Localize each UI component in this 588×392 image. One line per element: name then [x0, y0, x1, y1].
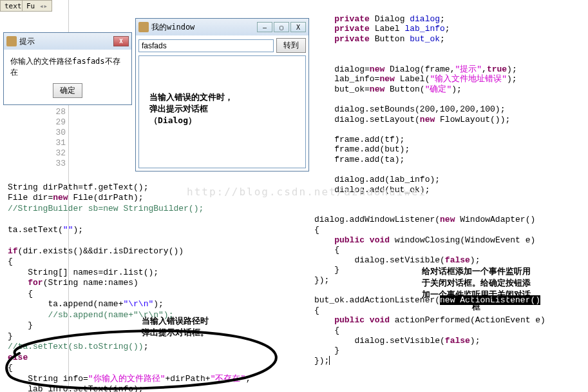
- close-icon[interactable]: X: [290, 22, 306, 32]
- java-icon: [6, 36, 17, 46]
- path-input[interactable]: [138, 39, 274, 52]
- window-title: 我的window: [151, 22, 257, 33]
- ok-button[interactable]: 确定: [53, 83, 82, 98]
- annotation-dialog: 当输入错误的文件时， 弹出提示对话框 （Dialog）: [149, 92, 233, 127]
- goto-button[interactable]: 转到: [276, 38, 306, 53]
- minimize-icon[interactable]: —: [257, 22, 272, 32]
- annotation-listener: 给对话框添加一个事件监听用 于关闭对话框。给确定按钮添 加一个事件监听用于关闭对…: [422, 266, 531, 313]
- text-cursor: [329, 356, 330, 365]
- annotation-else: 当输入错误路径时 弹出提示对话框。: [142, 315, 209, 338]
- dialog-title: 提示: [19, 36, 113, 47]
- close-icon[interactable]: X: [113, 36, 129, 46]
- code-left: String dirPath=tf.getText(); File dir=ne…: [8, 172, 251, 392]
- java-icon: [138, 22, 149, 32]
- dialog-tips: 提示 X 你输入的文件路径fasfads不存在 确定: [3, 32, 132, 105]
- maximize-icon[interactable]: ▢: [274, 22, 289, 32]
- tab-fu[interactable]: Fu ◂▸: [22, 0, 52, 12]
- dialog-message: 你输入的文件路径fasfads不存在: [10, 56, 125, 78]
